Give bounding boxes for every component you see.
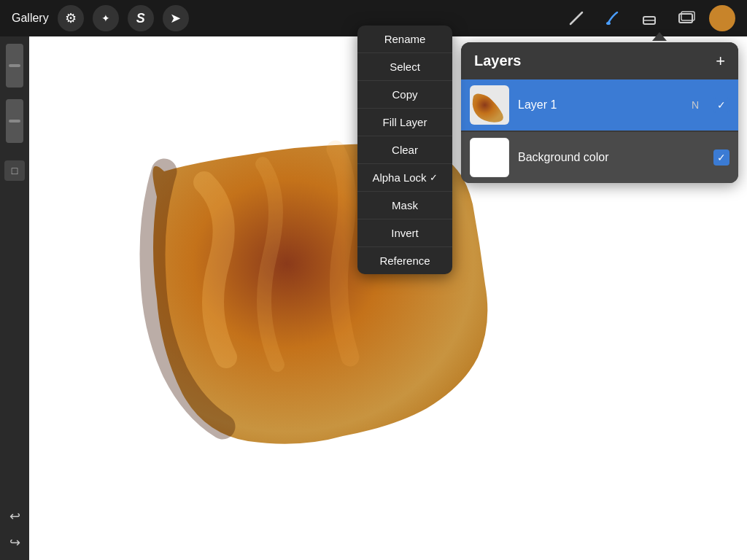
brush-tool-button[interactable] bbox=[600, 5, 626, 31]
layers-icon bbox=[676, 8, 696, 28]
layer1-check-icon: ✓ bbox=[717, 99, 726, 111]
background-check-icon: ✓ bbox=[717, 152, 726, 163]
undo-button[interactable]: ↩ bbox=[4, 506, 25, 526]
transform-icon: ➤ bbox=[170, 10, 181, 26]
pen-tool-button[interactable] bbox=[563, 5, 589, 31]
gallery-button[interactable]: Gallery bbox=[12, 12, 49, 25]
toolbar-left: Gallery ⚙ ✦ S ➤ bbox=[12, 5, 189, 31]
menu-item-invert[interactable]: Invert bbox=[357, 219, 452, 247]
wrench-button[interactable]: ⚙ bbox=[58, 5, 84, 31]
layer-row-background[interactable]: Background color ✓ bbox=[461, 132, 738, 183]
adjust-button[interactable]: ✦ bbox=[93, 5, 119, 31]
smudge-icon: S bbox=[136, 11, 145, 26]
add-layer-button[interactable]: + bbox=[716, 53, 725, 69]
layers-header: Layers + bbox=[461, 42, 738, 79]
opacity-slider[interactable] bbox=[6, 99, 23, 143]
layer1-thumbnail bbox=[470, 85, 509, 125]
selection-icon: □ bbox=[12, 165, 18, 176]
avatar-button[interactable] bbox=[709, 5, 735, 31]
layer-row-layer1[interactable]: Layer 1 N ✓ bbox=[461, 79, 738, 131]
layers-panel: Layers + Layer 1 N ✓ bbox=[461, 42, 738, 183]
svg-point-2 bbox=[606, 22, 611, 25]
layer1-mode: N bbox=[692, 99, 699, 111]
menu-item-alpha-lock[interactable]: Alpha Lock ✓ bbox=[357, 164, 452, 192]
layers-panel-caret bbox=[652, 32, 667, 41]
menu-item-reference[interactable]: Reference bbox=[357, 247, 452, 274]
pen-icon bbox=[566, 8, 587, 28]
layers-title: Layers bbox=[474, 52, 522, 69]
transform-button[interactable]: ➤ bbox=[163, 5, 189, 31]
brush-icon bbox=[603, 8, 623, 28]
layer1-name: Layer 1 bbox=[518, 98, 683, 112]
adjust-icon: ✦ bbox=[101, 12, 110, 24]
background-visibility-checkbox[interactable]: ✓ bbox=[713, 149, 729, 166]
alpha-lock-label: Alpha Lock bbox=[372, 171, 426, 184]
redo-button[interactable]: ↪ bbox=[4, 532, 25, 553]
layer1-visibility-checkbox[interactable]: ✓ bbox=[713, 97, 729, 113]
background-thumbnail bbox=[470, 138, 509, 177]
smudge-button[interactable]: S bbox=[128, 5, 154, 31]
left-sidebar: □ ↩ ↪ bbox=[0, 36, 29, 560]
svg-rect-8 bbox=[470, 138, 509, 177]
menu-item-rename[interactable]: Rename bbox=[357, 26, 452, 53]
menu-item-fill-layer[interactable]: Fill Layer bbox=[357, 109, 452, 136]
eraser-icon bbox=[639, 8, 659, 28]
toolbar-right bbox=[563, 5, 735, 31]
menu-item-clear[interactable]: Clear bbox=[357, 136, 452, 164]
svg-line-0 bbox=[570, 12, 582, 24]
menu-item-mask[interactable]: Mask bbox=[357, 192, 452, 219]
context-menu: Rename Select Copy Fill Layer Clear Alph… bbox=[357, 26, 452, 274]
menu-item-select[interactable]: Select bbox=[357, 53, 452, 81]
selection-button[interactable]: □ bbox=[4, 160, 25, 181]
menu-item-copy[interactable]: Copy bbox=[357, 81, 452, 109]
layers-panel-button[interactable] bbox=[673, 5, 699, 31]
background-name: Background color bbox=[518, 151, 705, 164]
alpha-lock-check-icon: ✓ bbox=[430, 172, 438, 183]
eraser-tool-button[interactable] bbox=[636, 5, 662, 31]
wrench-icon: ⚙ bbox=[65, 10, 77, 26]
brush-size-slider[interactable] bbox=[6, 44, 23, 88]
